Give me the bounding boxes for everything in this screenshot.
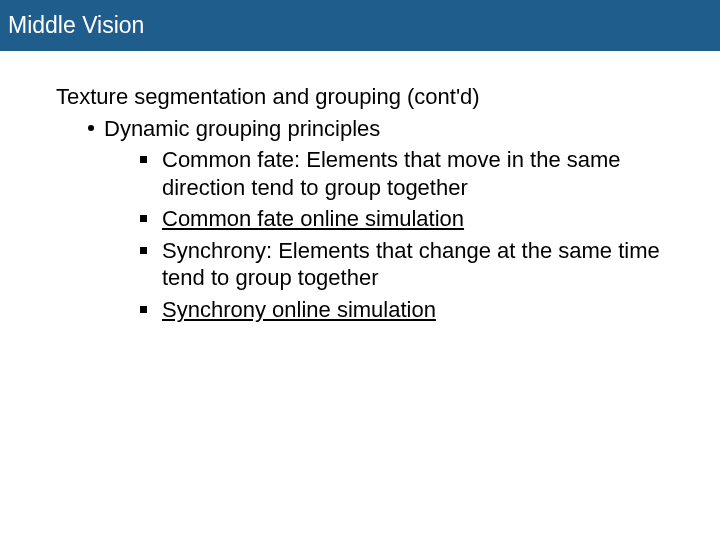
list-item: Common fate online simulation	[140, 205, 680, 233]
bullet-square-icon	[140, 156, 147, 163]
subtopic-text: Dynamic grouping principles	[104, 116, 380, 141]
list-item: Synchrony: Elements that change at the s…	[140, 237, 680, 292]
simulation-link[interactable]: Synchrony online simulation	[162, 297, 436, 322]
slide: Middle Vision Texture segmentation and g…	[0, 0, 720, 540]
subtopic-line: Dynamic grouping principles	[88, 115, 680, 143]
slide-title: Middle Vision	[8, 12, 144, 38]
simulation-link[interactable]: Common fate online simulation	[162, 206, 464, 231]
topic-text: Texture segmentation and grouping (cont'…	[56, 84, 480, 109]
list-item: Common fate: Elements that move in the s…	[140, 146, 680, 201]
slide-title-bar: Middle Vision	[0, 0, 720, 51]
bullet-dot-icon	[88, 125, 94, 131]
bullet-square-icon	[140, 215, 147, 222]
bullet-square-icon	[140, 306, 147, 313]
bullet-square-icon	[140, 247, 147, 254]
list-item-text: Common fate: Elements that move in the s…	[162, 147, 621, 200]
slide-body: Texture segmentation and grouping (cont'…	[0, 51, 720, 323]
list-item-text: Synchrony: Elements that change at the s…	[162, 238, 660, 291]
list-item: Synchrony online simulation	[140, 296, 680, 324]
topic-line: Texture segmentation and grouping (cont'…	[56, 83, 680, 111]
